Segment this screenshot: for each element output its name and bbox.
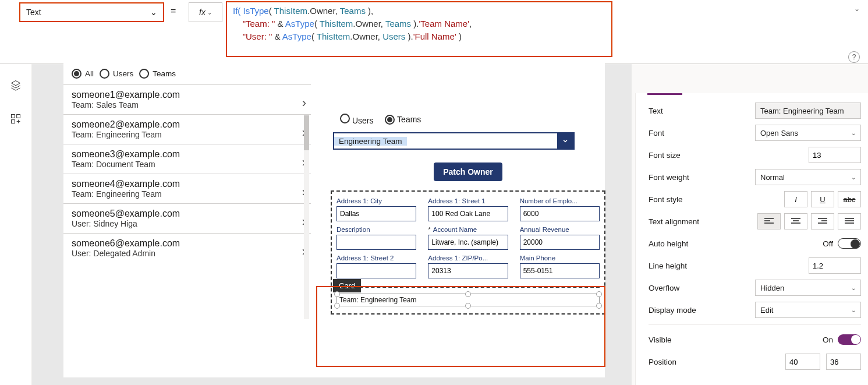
formula-editor[interactable]: If( IsType( ThisItem.Owner, Teams ), "Te… [226,1,612,57]
prop-overflow-dropdown[interactable]: Hidden⌄ [755,280,861,296]
prop-position-x[interactable] [785,354,820,370]
filter-all[interactable]: All [72,69,94,79]
input-revenue[interactable] [520,235,600,250]
equals-label: = [171,6,176,16]
align-left-button[interactable] [757,213,781,229]
selected-label-text: Team: Engineering Team [339,296,417,304]
selected-label-control[interactable]: Team: Engineering Team [336,294,600,306]
fx-button[interactable]: fx ⌄ [189,2,222,22]
scrollbar-thumb[interactable] [304,115,309,150]
underline-button[interactable]: U [811,191,834,207]
svg-rect-2 [12,120,15,123]
expand-formula-icon[interactable]: ⌄ [854,5,860,13]
chevron-down-icon [557,133,573,149]
gallery-item-subtitle: User: Sidney Higa [72,219,303,228]
property-selector-dropdown[interactable]: Text ⌄ [19,2,164,22]
datacard-phone: Main Phone [520,255,600,278]
chevron-down-icon: ⌄ [150,8,157,17]
resize-handle[interactable] [596,303,602,309]
patch-owner-button[interactable]: Patch Owner [434,163,502,181]
tab-indicator [647,93,682,95]
prop-font-dropdown[interactable]: Open Sans⌄ [755,125,861,141]
gallery-item[interactable]: someone5@example.comUser: Sidney Higa› [63,203,311,233]
gallery-item[interactable]: someone3@example.comTeam: Document Team› [63,144,311,174]
align-right-button[interactable] [811,213,834,229]
prop-label-position: Position [649,358,676,366]
gallery-item-subtitle: Team: Sales Team [72,100,303,110]
layers-icon[interactable] [10,79,22,93]
input-phone[interactable] [520,263,600,278]
datacard-street1: Address 1: Street 1 [428,197,508,221]
chevron-down-icon: ⌄ [207,9,212,16]
fx-label: fx [199,8,206,17]
add-component-icon[interactable] [10,113,22,127]
align-center-button[interactable] [784,213,807,229]
owner-type-radios: Users Teams [328,107,608,132]
input-street1[interactable] [428,206,508,221]
input-employees[interactable] [520,206,600,221]
app-canvas: All Users Teams someone1@example.comTeam… [63,63,605,377]
gallery-item-subtitle: Team: Engineering Team [72,130,303,139]
gallery-accounts: All Users Teams someone1@example.comTeam… [63,63,311,263]
italic-button[interactable]: I [784,191,807,207]
prop-label-font: Font [649,129,664,137]
selected-datacard[interactable]: Team: Engineering Team [336,287,600,306]
gallery-item[interactable]: someone4@example.comTeam: Engineering Te… [63,174,311,203]
datacard-employees: Number of Emplo... [520,197,600,221]
prop-label-fontsize: Font size [649,151,681,160]
gallery-scrollbar[interactable] [304,115,309,319]
prop-label-autoheight: Auto height [649,239,688,248]
visible-toggle[interactable] [838,334,861,345]
help-icon[interactable]: ? [848,51,860,63]
input-description[interactable] [336,235,416,250]
datacard-zip: Address 1: ZIP/Po... [428,255,508,278]
input-account-name[interactable] [428,235,508,250]
filter-teams[interactable]: Teams [139,69,176,79]
edit-form: Address 1: City Address 1: Street 1 Numb… [331,190,605,315]
resize-handle[interactable] [334,291,340,297]
chevron-right-icon: › [302,96,306,111]
prop-position-y[interactable] [826,354,861,370]
radio-icon [72,69,82,79]
owner-radio-teams[interactable]: Teams [385,115,421,125]
align-justify-button[interactable] [838,213,861,229]
datacard-account-name: *Account Name [428,226,508,250]
resize-handle[interactable] [596,291,602,297]
prop-visible-value: On [823,335,833,344]
gallery-item-title: someone1@example.com [72,90,303,100]
prop-fontsize-input[interactable] [809,147,861,163]
prop-text-value[interactable]: Team: Engineering Team [755,103,861,119]
property-selector-value: Text [26,8,41,17]
gallery-item-subtitle: Team: Document Team [72,160,303,169]
filter-users[interactable]: Users [100,69,133,79]
strike-button[interactable]: abc [838,191,861,207]
team-dropdown-value: Engineering Team [334,137,407,146]
svg-rect-0 [12,115,15,118]
formula-bar-area: Text ⌄ = fx ⌄ If( IsType( ThisItem.Owner… [0,0,868,64]
svg-rect-1 [17,115,20,118]
input-street2[interactable] [336,263,416,278]
prop-autoheight-value: Off [823,239,833,248]
datacard-street2: Address 1: Street 2 [336,255,416,278]
owner-radio-users[interactable]: Users [340,114,373,125]
chevron-down-icon: ⌄ [851,130,856,136]
gallery-item[interactable]: someone2@example.comTeam: Engineering Te… [63,114,311,144]
prop-label-style: Font style [649,195,683,204]
resize-handle[interactable] [465,291,471,297]
resize-handle[interactable] [465,303,471,309]
team-dropdown[interactable]: Engineering Team [333,132,575,150]
prop-displaymode-dropdown[interactable]: Edit⌄ [755,302,861,318]
gallery-item[interactable]: someone1@example.comTeam: Sales Team› [63,84,311,114]
input-city[interactable] [336,206,416,221]
prop-label-align: Text alignment [649,217,699,226]
prop-lineheight-input[interactable] [809,257,861,274]
datacard-description: Description [336,226,416,250]
radio-icon [100,69,109,79]
resize-handle[interactable] [334,303,340,309]
gallery-item-subtitle: User: Delegated Admin [72,249,303,258]
prop-weight-dropdown[interactable]: Normal⌄ [755,169,861,185]
gallery-item[interactable]: someone6@example.comUser: Delegated Admi… [63,233,311,263]
autoheight-toggle[interactable] [838,238,861,249]
input-zip[interactable] [428,263,508,278]
radio-icon [385,115,395,125]
